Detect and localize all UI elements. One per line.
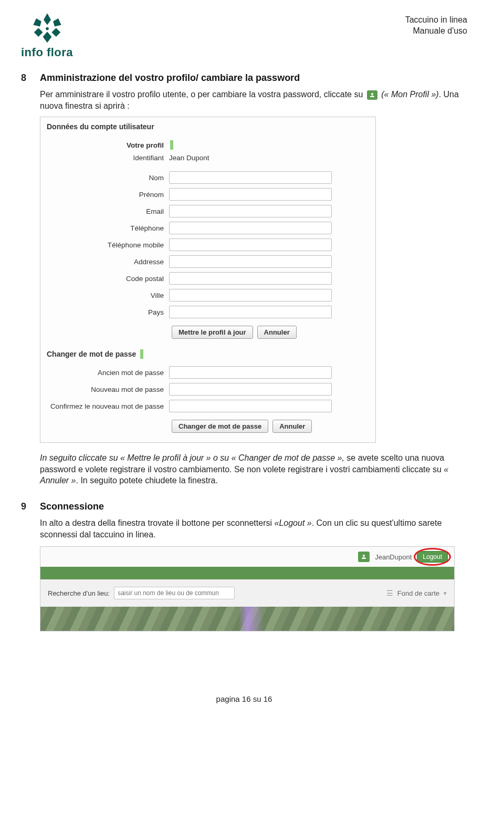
identifiant-label: Identifiant — [46, 154, 169, 162]
layers-icon: ☰ — [386, 589, 393, 597]
logo-text: info flora — [21, 46, 73, 59]
green-bar — [40, 567, 454, 579]
basemap-selector[interactable]: ☰ Fond de carte ▾ — [386, 589, 447, 597]
field-label: Addresse — [46, 258, 169, 266]
field-label: Ville — [46, 292, 169, 299]
field-label: Email — [46, 207, 169, 215]
field-label: Prénom — [46, 191, 169, 199]
section-9-number: 9 — [21, 501, 40, 512]
field-label: Code postal — [46, 275, 169, 283]
section-8-followup: In seguito cliccate su « Mettre le profi… — [40, 452, 467, 486]
username-label[interactable]: JeanDupont — [375, 553, 412, 561]
telephone-mobile-input[interactable] — [169, 238, 332, 251]
pays-input[interactable] — [169, 306, 332, 318]
profile-header-label: Votre profil — [46, 141, 169, 149]
logo: info flora — [21, 11, 73, 59]
profile-icon[interactable] — [358, 552, 370, 562]
field-label: Téléphone mobile — [46, 241, 169, 249]
page-footer: pagina 16 su 16 — [21, 694, 467, 703]
change-password-header: Changer de mot de passe — [47, 350, 136, 358]
doc-meta-line2: Manuale d'uso — [405, 26, 467, 37]
profile-icon — [367, 90, 377, 100]
section-8-number: 8 — [21, 72, 40, 84]
pwd-label: Confirmez le nouveau mot de passe — [46, 402, 169, 410]
panel-title: Données du compte utilisateur — [47, 122, 370, 131]
section-9-text: In alto a destra della finestra trovate … — [40, 517, 467, 540]
green-marker-icon — [170, 140, 173, 150]
flower-icon — [29, 11, 66, 45]
chevron-down-icon: ▾ — [444, 590, 447, 597]
pwd-label: Nouveau mot de passe — [46, 386, 169, 393]
nom-input[interactable] — [169, 171, 332, 184]
topbar-screenshot: JeanDupont Logout Recherche d'un lieu: ☰… — [40, 546, 455, 631]
addresse-input[interactable] — [169, 255, 332, 268]
green-marker-icon — [140, 349, 143, 359]
logout-button[interactable]: Logout — [417, 551, 448, 563]
section-8-title: Amministrazione del vostro profilo/ camb… — [40, 72, 300, 84]
update-profile-button[interactable]: Mettre le profil à jour — [172, 326, 253, 339]
prenom-input[interactable] — [169, 188, 332, 201]
profile-form-panel: Données du compte utilisateur Votre prof… — [40, 117, 376, 443]
new-password-input[interactable] — [169, 383, 332, 396]
doc-meta-line1: Taccuino in linea — [405, 15, 467, 26]
field-label: Pays — [46, 308, 169, 316]
svg-point-1 — [46, 27, 49, 30]
email-input[interactable] — [169, 205, 332, 217]
confirm-password-input[interactable] — [169, 400, 332, 412]
basemap-label: Fond de carte — [397, 589, 439, 597]
field-label: Téléphone — [46, 224, 169, 232]
cancel-password-button[interactable]: Annuler — [272, 420, 312, 433]
section-9-title: Sconnessione — [40, 501, 104, 512]
cancel-button[interactable]: Annuler — [257, 326, 297, 339]
section-8-intro: Per amministrare il vostro profilo utent… — [40, 89, 467, 111]
ville-input[interactable] — [169, 289, 332, 302]
identifiant-value: Jean Dupont — [169, 154, 209, 162]
place-search-input[interactable] — [114, 587, 235, 599]
telephone-input[interactable] — [169, 222, 332, 234]
doc-meta: Taccuino in linea Manuale d'uso — [405, 15, 467, 37]
search-label: Recherche d'un lieu: — [48, 589, 110, 597]
old-password-input[interactable] — [169, 366, 332, 379]
code-postal-input[interactable] — [169, 272, 332, 285]
change-password-button[interactable]: Changer de mot de passe — [172, 420, 268, 433]
pwd-label: Ancien mot de passe — [46, 369, 169, 377]
map-strip — [40, 607, 454, 631]
field-label: Nom — [46, 174, 169, 182]
